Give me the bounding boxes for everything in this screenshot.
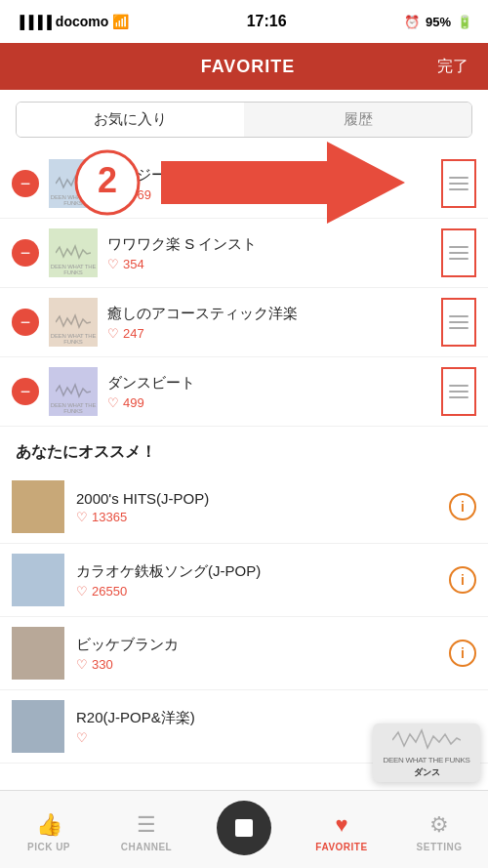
thumb-label-1: DEEN WHAT THE FUNKS xyxy=(49,194,98,206)
bottom-nav: 👍 PICK UP ☰ CHANNEL ♥ FAVORITE ⚙ SETTING xyxy=(0,790,488,868)
rec-thumb-3 xyxy=(12,627,64,680)
favorite-item-3: − DEEN WHAT THE FUNKS 癒しのアコースティック洋楽 ♡ 24… xyxy=(0,288,488,357)
rec-likes-3: ♡ 330 xyxy=(76,657,449,672)
favorite-info-1: イージーリスニング・ハー… ♡ 1069 xyxy=(107,166,441,202)
alarm-icon: ⏰ xyxy=(404,15,420,29)
header-title: FAVORITE xyxy=(59,57,437,77)
drag-icon-1 xyxy=(449,177,468,190)
drag-handle-4[interactable] xyxy=(441,367,476,416)
drag-line xyxy=(449,391,468,393)
rec-thumb-4 xyxy=(12,700,64,753)
rec-likes-1: ♡ 13365 xyxy=(76,510,449,524)
nav-setting-label: SETTING xyxy=(417,842,463,852)
nav-setting[interactable]: ⚙ SETTING xyxy=(390,806,488,852)
waveform-icon-3 xyxy=(56,312,91,332)
drag-icon-4 xyxy=(449,385,468,398)
done-button[interactable]: 完了 xyxy=(437,57,468,77)
list-icon: ☰ xyxy=(137,812,156,838)
nav-pickup[interactable]: 👍 PICK UP xyxy=(0,806,98,852)
rec-item-3: ビッケブランカ ♡ 330 i xyxy=(0,617,488,690)
remove-button-4[interactable]: − xyxy=(12,378,39,405)
rec-thumb-1 xyxy=(12,480,64,533)
gear-icon: ⚙ xyxy=(429,812,449,838)
drag-line xyxy=(449,321,468,323)
rec-heart-icon-4: ♡ xyxy=(76,730,88,745)
remove-button-3[interactable]: − xyxy=(12,309,39,336)
rec-name-2: カラオケ鉄板ソング(J-POP) xyxy=(76,562,449,581)
waveform-icon-1 xyxy=(56,174,91,193)
heart-icon-2: ♡ xyxy=(107,257,119,271)
favorite-info-3: 癒しのアコースティック洋楽 ♡ 247 xyxy=(107,305,441,341)
favorites-list: − DEEN WHAT THE FUNKS イージーリスニング・ハー… ♡ 10… xyxy=(0,149,488,427)
rec-heart-icon-1: ♡ xyxy=(76,510,88,524)
status-bar: ▐▐▐▐ docomo 📶 17:16 ⏰ 95% 🔋 xyxy=(0,0,488,43)
drag-handle-3[interactable] xyxy=(441,298,476,347)
nav-play-center xyxy=(195,801,293,859)
thumb-label-3: DEEN WHAT THE FUNKS xyxy=(49,333,98,345)
heart-icon-4: ♡ xyxy=(107,395,119,410)
favorite-info-4: ダンスビート ♡ 499 xyxy=(107,374,441,410)
battery-label: 95% xyxy=(426,15,451,29)
remove-button-1[interactable]: − xyxy=(12,170,39,197)
drag-line xyxy=(449,396,468,398)
drag-icon-2 xyxy=(449,246,468,260)
rec-info-1: 2000's HITS(J-POP) ♡ 13365 xyxy=(76,490,449,524)
drag-line xyxy=(449,327,468,329)
battery-icon: 🔋 xyxy=(457,15,472,29)
favorite-name-2: ワワワク楽 S インスト xyxy=(107,235,441,254)
status-left: ▐▐▐▐ docomo 📶 xyxy=(16,14,129,29)
rec-name-1: 2000's HITS(J-POP) xyxy=(76,490,449,507)
mini-player-waveform xyxy=(392,726,461,754)
favorite-likes-2: ♡ 354 xyxy=(107,257,441,271)
drag-line xyxy=(449,315,468,317)
drag-line xyxy=(449,246,468,248)
remove-button-2[interactable]: − xyxy=(12,239,39,267)
play-stop-button[interactable] xyxy=(217,801,271,855)
nav-favorite-label: FAVORITE xyxy=(315,842,367,852)
favorite-item-2: − DEEN WHAT THE FUNKS ワワワク楽 S インスト ♡ 354 xyxy=(0,219,488,288)
heart-icon-1: ♡ xyxy=(107,187,119,202)
drag-handle-2[interactable] xyxy=(441,228,476,277)
mini-player[interactable]: DEEN WHAT THE FUNKS ダンス xyxy=(373,723,480,782)
drag-line xyxy=(449,177,468,179)
drag-handle-1[interactable] xyxy=(441,159,476,208)
rec-item-2: カラオケ鉄板ソング(J-POP) ♡ 26550 i xyxy=(0,544,488,617)
rec-name-3: ビッケブランカ xyxy=(76,636,449,654)
nav-favorite[interactable]: ♥ FAVORITE xyxy=(293,806,390,852)
drag-line xyxy=(449,183,468,185)
favorite-thumb-2: DEEN WHAT THE FUNKS xyxy=(49,228,98,277)
rec-info-button-3[interactable]: i xyxy=(449,640,476,667)
drag-line xyxy=(449,252,468,254)
favorite-thumb-4: DEEN WHAT THE FUNKS xyxy=(49,367,98,416)
rec-item-1: 2000's HITS(J-POP) ♡ 13365 i xyxy=(0,471,488,544)
tab-selector: お気に入り 履歴 xyxy=(16,102,472,138)
status-right: ⏰ 95% 🔋 xyxy=(404,15,472,29)
favorite-name-3: 癒しのアコースティック洋楽 xyxy=(107,305,441,323)
recommendations-list: 2000's HITS(J-POP) ♡ 13365 i カラオケ鉄板ソング(J… xyxy=(0,471,488,764)
carrier-label: docomo xyxy=(56,14,108,29)
drag-icon-3 xyxy=(449,315,468,329)
page-header: FAVORITE 完了 xyxy=(0,43,488,90)
rec-info-button-1[interactable]: i xyxy=(449,493,476,520)
status-time: 17:16 xyxy=(247,13,287,30)
waveform-icon-2 xyxy=(56,243,91,263)
rec-info-3: ビッケブランカ ♡ 330 xyxy=(76,636,449,672)
rec-info-button-2[interactable]: i xyxy=(449,566,476,594)
nav-channel[interactable]: ☰ CHANNEL xyxy=(98,806,195,852)
rec-heart-icon-2: ♡ xyxy=(76,584,88,599)
favorite-likes-4: ♡ 499 xyxy=(107,395,441,410)
drag-line xyxy=(449,258,468,260)
thumbsup-icon: 👍 xyxy=(36,812,62,838)
wifi-icon: 📶 xyxy=(112,14,129,29)
tab-favorites[interactable]: お気に入り xyxy=(17,103,244,137)
rec-heart-icon-3: ♡ xyxy=(76,657,88,672)
favorite-info-2: ワワワク楽 S インスト ♡ 354 xyxy=(107,235,441,271)
favorite-likes-3: ♡ 247 xyxy=(107,326,441,341)
heart-icon-3: ♡ xyxy=(107,326,119,341)
favorite-likes-1: ♡ 1069 xyxy=(107,187,441,202)
tab-history[interactable]: 履歴 xyxy=(244,103,471,137)
rec-info-2: カラオケ鉄板ソング(J-POP) ♡ 26550 xyxy=(76,562,449,599)
favorite-item-4: − DEEN WHAT THE FUNKS ダンスビート ♡ 499 xyxy=(0,357,488,427)
stop-icon xyxy=(235,819,253,837)
favorite-thumb-1: DEEN WHAT THE FUNKS xyxy=(49,159,98,208)
